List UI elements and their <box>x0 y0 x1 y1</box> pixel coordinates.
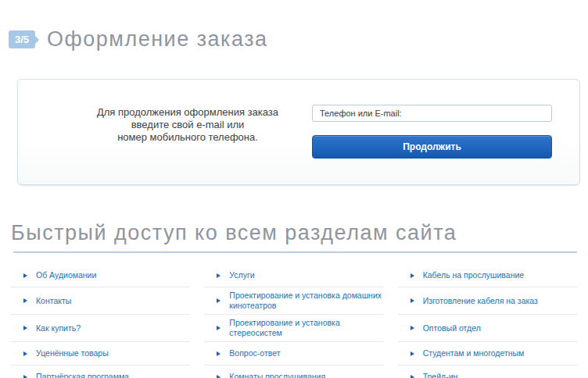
header: 3/5 Оформление заказа <box>0 0 588 66</box>
quick-link[interactable]: Контакты <box>11 287 190 315</box>
instruction-text: Для продолжения оформления заказа введит… <box>97 105 278 184</box>
quick-link-label: Оптовый отдел <box>423 323 481 333</box>
triangle-right-icon <box>217 375 220 378</box>
triangle-right-icon <box>411 298 414 303</box>
quick-link-label: Партнёрская программа <box>36 372 129 378</box>
quick-link[interactable]: Партнёрская программа <box>11 366 190 378</box>
checkout-panel: Для продолжения оформления заказа введит… <box>17 79 580 185</box>
quick-link[interactable]: Услуги <box>204 264 383 287</box>
quick-link-label: Услуги <box>229 270 254 280</box>
checkout-panel-form: Продолжить <box>312 105 552 184</box>
quick-link-label: Проектирование и установка стереосистем <box>229 318 383 338</box>
quick-link[interactable]: Проектирование и установка домашних кино… <box>204 287 383 315</box>
quick-link[interactable]: Проектирование и установка стереосистем <box>204 315 383 342</box>
quick-access-grid: Об АудиоманииКонтактыКак купить?Уценённы… <box>11 264 577 378</box>
triangle-right-icon <box>23 375 27 378</box>
instruction-line-1: Для продолжения оформления заказа <box>97 106 278 119</box>
quick-link-label: Об Аудиомании <box>36 270 96 280</box>
triangle-right-icon <box>411 375 414 378</box>
quick-link[interactable]: Студентам и многодетным <box>398 342 577 366</box>
quick-link-label: Контакты <box>36 296 71 306</box>
quick-link[interactable]: Как купить? <box>11 315 190 342</box>
quick-link[interactable]: Об Аудиомании <box>11 264 190 287</box>
section-divider <box>13 251 577 253</box>
quick-link[interactable]: Уценённые товары <box>11 342 190 366</box>
triangle-right-icon <box>23 298 27 303</box>
phone-email-input[interactable] <box>312 105 552 122</box>
continue-button[interactable]: Продолжить <box>312 135 552 159</box>
triangle-right-icon <box>217 351 220 356</box>
quick-link[interactable]: Кабель на прослушивание <box>398 264 577 287</box>
quick-link[interactable]: Трейд-ин <box>398 366 577 378</box>
triangle-right-icon <box>23 273 27 278</box>
quick-link-label: Уценённые товары <box>36 348 109 358</box>
quick-link-label: Студентам и многодетным <box>423 348 525 358</box>
quick-link-label: Трейд-ин <box>423 372 458 378</box>
page-title: Оформление заказа <box>47 27 268 52</box>
quick-link[interactable]: Изготовление кабеля на заказ <box>398 287 577 315</box>
instruction-line-3: номер мобильного телефона. <box>97 131 278 144</box>
triangle-right-icon <box>23 326 27 330</box>
triangle-right-icon <box>23 351 27 356</box>
triangle-right-icon <box>217 326 220 330</box>
quick-link[interactable]: Комнаты прослушивания <box>204 366 383 378</box>
quick-link-label: Проектирование и установка домашних кино… <box>229 291 383 311</box>
quick-link-label: Как купить? <box>36 323 81 333</box>
step-badge: 3/5 <box>9 30 35 48</box>
quick-link[interactable]: Вопрос-ответ <box>204 342 383 366</box>
quick-link-label: Кабель на прослушивание <box>423 270 525 280</box>
triangle-right-icon <box>217 298 220 303</box>
triangle-right-icon <box>411 273 414 278</box>
quick-link[interactable]: Оптовый отдел <box>398 315 577 342</box>
checkout-panel-left: Для продолжения оформления заказа введит… <box>63 105 312 184</box>
quick-link-label: Комнаты прослушивания <box>229 372 325 378</box>
quick-link-label: Вопрос-ответ <box>229 348 280 358</box>
quick-link-label: Изготовление кабеля на заказ <box>423 296 538 306</box>
triangle-right-icon <box>411 326 414 330</box>
quick-access-title: Быстрый доступ ко всем разделам сайта <box>11 221 577 244</box>
instruction-line-2: введите свой e-mail или <box>97 119 278 131</box>
triangle-right-icon <box>217 273 220 278</box>
triangle-right-icon <box>411 351 414 356</box>
